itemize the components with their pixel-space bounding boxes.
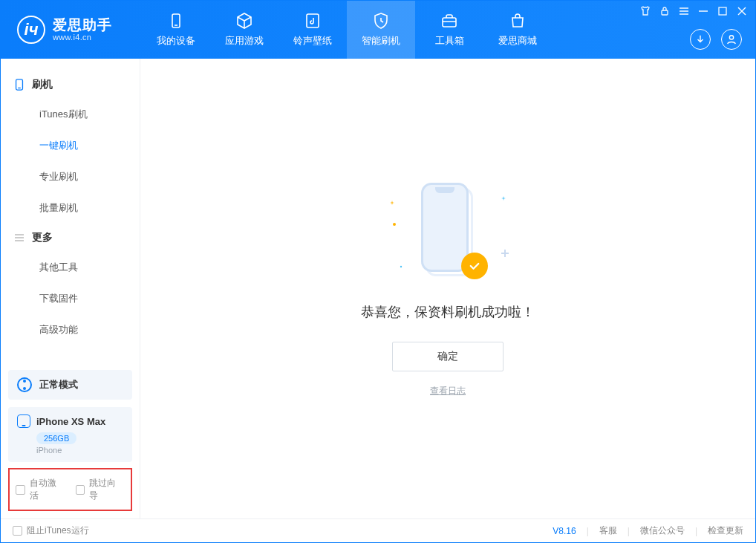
footer-link-wechat[interactable]: 微信公众号	[640, 524, 685, 537]
shield-icon	[372, 12, 390, 30]
header-right-buttons	[690, 29, 742, 50]
close-icon[interactable]	[736, 5, 748, 17]
svg-rect-4	[662, 10, 668, 15]
sidebar-item-other-tools[interactable]: 其他工具	[1, 252, 140, 283]
confirm-button[interactable]: 确定	[392, 342, 504, 371]
check-badge-icon	[461, 253, 488, 279]
tab-label: 应用游戏	[225, 34, 264, 48]
mode-box[interactable]: 正常模式	[8, 370, 132, 400]
toolbox-icon	[440, 12, 458, 30]
checkbox-icon	[76, 485, 85, 495]
sidebar-item-itunes-flash[interactable]: iTunes刷机	[1, 99, 140, 130]
device-icon	[167, 12, 185, 30]
svg-rect-9	[719, 7, 726, 15]
main-tabs: 我的设备 应用游戏 铃声壁纸 智能刷机 工具箱 爱思商城	[142, 1, 552, 59]
tab-store[interactable]: 爱思商城	[483, 1, 552, 59]
svg-point-12	[729, 36, 733, 39]
checkbox-icon	[13, 526, 22, 536]
music-icon	[304, 12, 322, 30]
svg-rect-3	[443, 18, 456, 27]
sidebar: 刷机 iTunes刷机 一键刷机 专业刷机 批量刷机 更多 其他工具 下载固件 …	[1, 59, 140, 518]
mode-icon	[17, 377, 32, 392]
tab-label: 铃声壁纸	[293, 34, 332, 48]
tshirt-icon[interactable]	[639, 5, 651, 17]
menu-icon[interactable]	[678, 5, 690, 17]
svg-point-18	[400, 266, 402, 267]
device-box[interactable]: iPhone XS Max 256GB iPhone	[8, 407, 132, 462]
checkbox-stop-itunes[interactable]: 阻止iTunes运行	[13, 524, 89, 537]
sidebar-item-batch-flash[interactable]: 批量刷机	[1, 192, 140, 224]
maximize-icon[interactable]	[717, 5, 729, 17]
svg-rect-2	[307, 14, 319, 27]
device-name: iPhone XS Max	[36, 416, 105, 427]
phone-icon	[14, 79, 25, 91]
mode-label: 正常模式	[39, 378, 78, 391]
logo-area: iч 爱思助手 www.i4.cn	[1, 16, 142, 44]
app-title: 爱思助手	[53, 18, 112, 33]
sidebar-group-more: 更多	[1, 224, 140, 252]
tab-label: 工具箱	[435, 34, 464, 48]
sidebar-item-pro-flash[interactable]: 专业刷机	[1, 161, 140, 192]
device-panel: 正常模式 iPhone XS Max 256GB iPhone	[8, 370, 132, 462]
tab-my-device[interactable]: 我的设备	[142, 1, 210, 59]
window-controls	[639, 5, 748, 17]
tab-apps-games[interactable]: 应用游戏	[210, 1, 278, 59]
logo-icon: iч	[17, 16, 45, 44]
device-type: iPhone	[36, 446, 123, 455]
checkbox-auto-activate[interactable]: 自动激活	[16, 477, 65, 502]
tab-smart-flash[interactable]: 智能刷机	[347, 1, 415, 59]
tab-label: 爱思商城	[498, 34, 537, 48]
footer-link-update[interactable]: 检查更新	[708, 524, 743, 537]
highlighted-checkbox-row: 自动激活 跳过向导	[8, 468, 132, 511]
checkbox-skip-guide[interactable]: 跳过向导	[76, 477, 126, 502]
minimize-icon[interactable]	[697, 5, 709, 17]
success-illustration	[411, 180, 485, 284]
sidebar-item-advanced[interactable]: 高级功能	[1, 314, 140, 345]
view-log-link[interactable]: 查看日志	[430, 385, 466, 397]
main-content: 恭喜您，保资料刷机成功啦！ 确定 查看日志	[140, 59, 755, 518]
sidebar-group-flash: 刷机	[1, 71, 140, 99]
download-button[interactable]	[690, 29, 711, 50]
checkbox-icon	[16, 485, 25, 495]
tab-label: 智能刷机	[362, 34, 400, 48]
status-bar: 阻止iTunes运行 V8.16 | 客服 | 微信公众号 | 检查更新	[1, 518, 755, 542]
footer-link-support[interactable]: 客服	[599, 524, 617, 537]
tab-label: 我的设备	[157, 34, 195, 48]
cube-icon	[235, 12, 253, 30]
list-icon	[14, 233, 25, 243]
app-header: iч 爱思助手 www.i4.cn 我的设备 应用游戏 铃声壁纸 智能刷机 工具…	[1, 1, 755, 59]
sidebar-item-onekey-flash[interactable]: 一键刷机	[1, 130, 140, 161]
device-storage: 256GB	[36, 432, 76, 444]
user-button[interactable]	[721, 29, 742, 50]
tab-ringtones[interactable]: 铃声壁纸	[278, 1, 347, 59]
bag-icon	[509, 12, 527, 30]
tab-toolbox[interactable]: 工具箱	[415, 1, 483, 59]
success-message: 恭喜您，保资料刷机成功啦！	[361, 303, 535, 321]
sidebar-item-download-firmware[interactable]: 下载固件	[1, 283, 140, 314]
lock-icon[interactable]	[659, 5, 671, 17]
version-label: V8.16	[553, 526, 576, 536]
app-subtitle: www.i4.cn	[53, 33, 112, 42]
device-phone-icon	[17, 414, 30, 428]
